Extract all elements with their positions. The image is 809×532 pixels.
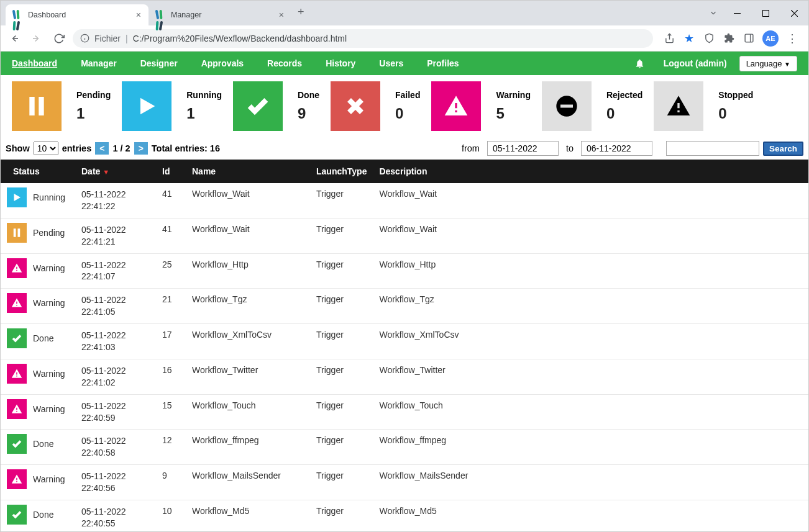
- stat-label: Pending: [76, 90, 111, 100]
- nav-item-dashboard[interactable]: Dashboard: [12, 58, 57, 68]
- close-tab-icon[interactable]: ×: [136, 10, 141, 20]
- done-icon: [233, 81, 283, 131]
- stat-value: 0: [606, 105, 642, 122]
- entries-label: entries: [62, 143, 92, 153]
- nav-item-profiles[interactable]: Profiles: [427, 58, 459, 68]
- search-input[interactable]: [666, 141, 759, 156]
- col-id[interactable]: Id: [156, 160, 186, 183]
- date-cell: 05-11-202222:41:02: [75, 359, 156, 394]
- close-window-button[interactable]: [780, 4, 808, 22]
- launch-cell: Trigger: [310, 183, 373, 218]
- nav-item-manager[interactable]: Manager: [81, 58, 117, 68]
- name-cell: Workflow_Tgz: [186, 289, 310, 324]
- nav-item-users[interactable]: Users: [379, 58, 403, 68]
- new-tab-button[interactable]: +: [291, 6, 311, 19]
- table-row[interactable]: Warning05-11-202222:41:0725Workflow_Http…: [1, 253, 808, 289]
- svg-rect-20: [14, 228, 16, 237]
- nav-item-history[interactable]: History: [326, 58, 355, 68]
- svg-rect-1: [762, 10, 769, 16]
- table-row[interactable]: Pending05-11-202222:41:2141Workflow_Wait…: [1, 218, 808, 253]
- language-dropdown[interactable]: Language ▼: [739, 56, 797, 71]
- close-tab-icon[interactable]: ×: [279, 10, 284, 20]
- stat-label: Done: [298, 90, 319, 100]
- nav-item-designer[interactable]: Designer: [140, 58, 178, 68]
- desc-cell: Workflow_Touch: [373, 394, 808, 430]
- id-cell: 41: [156, 183, 186, 218]
- col-description[interactable]: Description: [373, 160, 808, 183]
- stat-label: Rejected: [606, 90, 642, 100]
- extensions-icon[interactable]: [723, 32, 735, 45]
- desc-cell: Workflow_ffmpeg: [373, 430, 808, 465]
- table-row[interactable]: Done05-11-202222:41:0317Workflow_XmlToCs…: [1, 324, 808, 359]
- status-text: Done: [33, 439, 53, 449]
- date-cell: 05-11-202222:41:03: [75, 324, 156, 359]
- stat-label: Failed: [395, 90, 420, 100]
- bell-icon[interactable]: [634, 58, 645, 69]
- maximize-button[interactable]: [751, 4, 780, 22]
- shield-extension-icon[interactable]: [703, 32, 715, 45]
- logout-link[interactable]: Logout (admin): [664, 58, 727, 68]
- chevron-down-icon[interactable]: [704, 4, 723, 22]
- address-bar: Fichier | C:/Program%20Files/Wexflow/Bac…: [1, 25, 808, 52]
- id-cell: 21: [156, 289, 186, 324]
- name-cell: Workflow_XmlToCsv: [186, 324, 310, 359]
- from-date-input[interactable]: [487, 141, 559, 156]
- nav-item-records[interactable]: Records: [267, 58, 302, 68]
- svg-marker-19: [14, 194, 21, 201]
- table-row[interactable]: Warning05-11-202222:41:0521Workflow_TgzT…: [1, 289, 808, 324]
- stopped-icon: [654, 81, 703, 131]
- date-cell: 05-11-202222:40:58: [75, 430, 156, 465]
- pending-icon: [7, 223, 27, 243]
- desc-cell: Workflow_Http: [373, 253, 808, 289]
- search-button[interactable]: Search: [763, 142, 803, 156]
- bookmark-star-icon[interactable]: ★: [683, 32, 695, 45]
- sidepanel-icon[interactable]: [743, 32, 755, 45]
- browser-tab[interactable]: Dashboard×: [6, 4, 149, 25]
- launch-cell: Trigger: [310, 218, 373, 253]
- prev-page-button[interactable]: <: [95, 142, 109, 155]
- tab-favicon: [13, 10, 23, 20]
- share-icon[interactable]: [663, 32, 675, 45]
- nav-item-approvals[interactable]: Approvals: [201, 58, 244, 68]
- desc-cell: Workflow_Twitter: [373, 359, 808, 394]
- forward-button[interactable]: [28, 30, 45, 47]
- warning-icon: [7, 364, 27, 384]
- col-launchtype[interactable]: LaunchType: [310, 160, 373, 183]
- reload-button[interactable]: [50, 30, 68, 47]
- table-row[interactable]: Done05-11-202222:40:5510Workflow_Md5Trig…: [1, 500, 808, 531]
- minimize-button[interactable]: [723, 4, 751, 22]
- col-date[interactable]: Date▼: [75, 160, 156, 183]
- page-indicator: 1 / 2: [112, 143, 130, 153]
- table-row[interactable]: Warning05-11-202222:41:0216Workflow_Twit…: [1, 359, 808, 394]
- col-name[interactable]: Name: [186, 160, 310, 183]
- browser-tab[interactable]: Manager×: [149, 4, 291, 25]
- date-cell: 05-11-202222:41:22: [75, 183, 156, 218]
- desc-cell: Workflow_XmlToCsv: [373, 324, 808, 359]
- url-scheme: Fichier: [94, 34, 121, 43]
- name-cell: Workflow_MailsSender: [186, 465, 310, 500]
- to-date-input[interactable]: [581, 141, 652, 156]
- profile-avatar[interactable]: AE: [762, 30, 779, 47]
- stat-card-running: Running1: [122, 81, 222, 131]
- id-cell: 9: [156, 465, 186, 500]
- name-cell: Workflow_Wait: [186, 183, 310, 218]
- table-row[interactable]: Running05-11-202222:41:2241Workflow_Wait…: [1, 183, 808, 218]
- table-controls: Show 10 entries < 1 / 2 > Total entries:…: [1, 137, 808, 160]
- col-status[interactable]: Status: [1, 160, 75, 183]
- next-page-button[interactable]: >: [134, 142, 148, 155]
- entries-select[interactable]: 10: [34, 142, 58, 155]
- date-cell: 05-11-202222:40:59: [75, 394, 156, 430]
- app-navbar: DashboardManagerDesignerApprovalsRecords…: [1, 52, 808, 75]
- stat-card-failed: Failed0: [331, 81, 420, 131]
- table-row[interactable]: Done05-11-202222:40:5812Workflow_ffmpegT…: [1, 430, 808, 465]
- rejected-icon: [542, 81, 592, 131]
- warning-icon: [7, 293, 27, 313]
- launch-cell: Trigger: [310, 430, 373, 465]
- table-row[interactable]: Warning05-11-202222:40:5915Workflow_Touc…: [1, 394, 808, 430]
- table-row[interactable]: Warning05-11-202222:40:569Workflow_Mails…: [1, 465, 808, 500]
- id-cell: 41: [156, 218, 186, 253]
- date-cell: 05-11-202222:40:55: [75, 500, 156, 531]
- menu-dots-icon[interactable]: ⋮: [786, 32, 798, 45]
- id-cell: 17: [156, 324, 186, 359]
- stat-value: 1: [76, 105, 111, 122]
